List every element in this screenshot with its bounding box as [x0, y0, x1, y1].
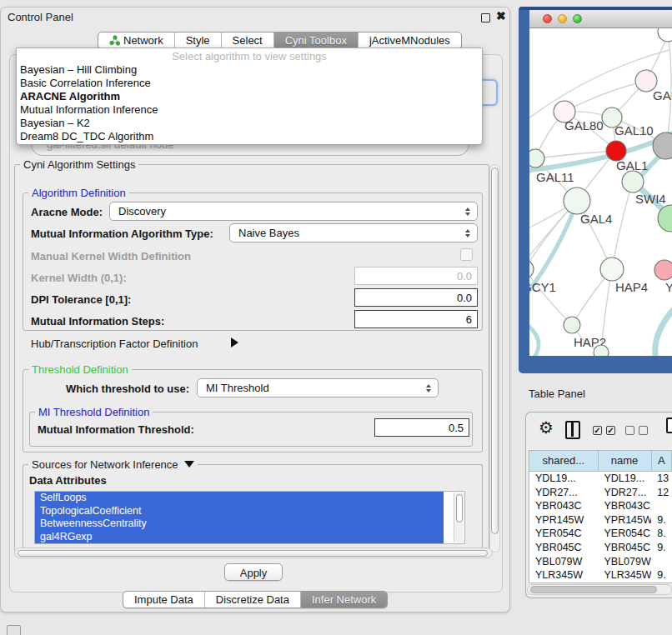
network-edge[interactable] [564, 81, 646, 112]
table-cell[interactable]: YDL19... [529, 472, 598, 486]
dropdown-item[interactable]: ARACNE Algorithm [17, 90, 482, 103]
network-window-titlebar[interactable] [529, 10, 672, 28]
table-cell[interactable]: YIL052C [529, 582, 598, 583]
network-canvas[interactable]: GALGAL80GAL10GAL1GAL11SWI4GAL4GCY1HAP4YH… [529, 28, 672, 356]
network-node-ypink[interactable] [654, 260, 672, 280]
table-cell[interactable]: YBR043C [529, 499, 598, 513]
dropdown-item[interactable]: Bayesian – K2 [17, 117, 482, 130]
table-cell[interactable]: 9 [651, 582, 672, 583]
table-horizontal-scrollbar-thumb[interactable] [530, 586, 657, 593]
network-edge[interactable] [655, 308, 672, 356]
float-panel-icon[interactable] [481, 13, 490, 22]
node-table[interactable]: shared... name A YDL19...YDL19...13YDR27… [529, 450, 672, 583]
table-cell[interactable]: YBL079W [529, 555, 598, 569]
table-cell[interactable]: YBR045C [529, 541, 598, 555]
tab-jactivemnodules[interactable]: jActiveMNodules [358, 32, 461, 48]
table-cell[interactable]: YLR345W [529, 568, 598, 582]
dropdown-item[interactable]: Mutual Information Inference [17, 103, 482, 117]
tab-network[interactable]: Network [98, 32, 174, 48]
network-node-hap2[interactable] [564, 317, 580, 333]
attribute-item[interactable]: TopologicalCoefficient [35, 505, 444, 518]
network-node-bsm[interactable] [594, 345, 609, 356]
columns-icon[interactable] [565, 421, 580, 439]
table-cell[interactable]: 13 [651, 472, 672, 486]
kernel-width-field[interactable]: 0.0 [354, 267, 478, 285]
table-row[interactable]: YLR345WYLR345W9. [529, 568, 672, 582]
table-row[interactable]: YBR043CYBR043C [529, 499, 672, 513]
which-threshold-combo[interactable]: MI Threshold [197, 378, 439, 398]
minimize-window-icon[interactable] [558, 14, 567, 23]
mi-threshold-field[interactable]: 0.5 [374, 418, 469, 437]
attribute-item[interactable]: BetweennessCentrality [35, 518, 444, 531]
table-cell[interactable]: YER054C [529, 527, 598, 541]
table-cell[interactable]: YER054C [598, 527, 651, 541]
network-node-gal4[interactable] [564, 188, 590, 214]
collapse-arrow-icon[interactable] [184, 461, 194, 468]
checked-pair-icon[interactable]: ✓✓ [593, 426, 615, 435]
mi-algorithm-type-combo[interactable]: Naive Bayes [229, 223, 478, 242]
table-cell[interactable]: 9. [651, 541, 672, 555]
aracne-mode-combo[interactable]: Discovery [109, 202, 478, 221]
tab-infer-network[interactable]: Infer Network [300, 592, 387, 608]
table-row[interactable]: YDR27...YDR27...12 [529, 486, 672, 500]
tab-cyni-toolbox[interactable]: Cyni Toolbox [273, 32, 358, 48]
table-row[interactable]: YDL19...YDL19...13 [529, 472, 672, 486]
settings-horizontal-scrollbar[interactable] [14, 548, 493, 558]
attributes-scrollbar[interactable] [454, 492, 464, 542]
table-cell[interactable]: YLR345W [598, 568, 651, 582]
tab-impute-data[interactable]: Impute Data [123, 592, 204, 608]
unchecked-pair-icon[interactable] [625, 426, 648, 435]
minimized-panel-icon[interactable] [7, 625, 21, 635]
table-cell[interactable]: YPR145W [529, 513, 598, 528]
table-row[interactable]: YBL079WYBL079W [529, 555, 672, 569]
column-header-shared[interactable]: shared... [529, 451, 599, 471]
table-cell[interactable]: YDR27... [529, 486, 598, 500]
column-header-name[interactable]: name [599, 451, 652, 471]
dropdown-item[interactable]: Bayesian – Hill Climbing [17, 63, 482, 77]
table-cell[interactable]: 12 [651, 486, 672, 500]
attribute-item[interactable]: gal4RGexp [35, 531, 444, 544]
table-cell[interactable]: 9. [651, 568, 672, 582]
table-row[interactable]: YPR145WYPR145W9. [529, 513, 672, 528]
table-cell[interactable]: YDR27... [598, 486, 651, 500]
expand-arrow-icon[interactable] [231, 338, 238, 348]
network-node-gray[interactable] [653, 132, 672, 159]
network-node-gal11[interactable] [529, 149, 544, 168]
apply-button[interactable]: Apply [224, 563, 283, 581]
network-node-gcy1[interactable] [529, 260, 534, 278]
close-panel-icon[interactable]: ✖ [496, 9, 506, 22]
network-edge[interactable] [529, 318, 539, 356]
page-icon[interactable] [666, 418, 672, 433]
table-row[interactable]: YBR045CYBR045C9. [529, 541, 672, 555]
table-cell[interactable]: YBL079W [598, 555, 651, 569]
tab-discretize-data[interactable]: Discretize Data [204, 592, 300, 608]
attribute-item[interactable]: SelfLoops [35, 492, 444, 505]
network-node-swi4[interactable] [622, 171, 644, 192]
settings-horizontal-scrollbar-thumb[interactable] [18, 550, 488, 557]
mi-steps-field[interactable]: 6 [354, 310, 478, 328]
table-cell[interactable]: 8. [651, 527, 672, 541]
tab-select[interactable]: Select [221, 32, 273, 48]
manual-kernel-width-checkbox[interactable] [460, 248, 473, 261]
table-cell[interactable]: YDL19... [598, 472, 651, 486]
table-row[interactable]: YER054CYER054C8. [529, 527, 672, 541]
network-edge[interactable] [529, 269, 572, 325]
close-window-icon[interactable] [543, 14, 552, 23]
network-edge[interactable] [612, 182, 633, 269]
table-cell[interactable]: YIL052C [598, 582, 651, 583]
table-cell[interactable] [651, 555, 672, 569]
table-cell[interactable] [651, 499, 672, 513]
attributes-scrollbar-thumb[interactable] [456, 494, 463, 522]
table-cell[interactable]: 9. [651, 513, 672, 528]
network-node-top[interactable] [658, 28, 672, 42]
network-node-hap4[interactable] [600, 258, 624, 281]
data-attributes-list[interactable]: SelfLoopsTopologicalCoefficientBetweenne… [34, 491, 465, 544]
dpi-tolerance-field[interactable]: 0.0 [354, 288, 478, 307]
tab-style[interactable]: Style [174, 32, 221, 48]
gear-icon[interactable]: ⚙ [539, 419, 554, 436]
column-header-partial[interactable]: A [652, 451, 672, 471]
table-cell[interactable]: YBR045C [598, 541, 651, 555]
settings-vertical-scrollbar-thumb[interactable] [491, 168, 499, 534]
table-cell[interactable]: YBR043C [598, 499, 651, 513]
dropdown-item[interactable]: Basic Correlation Inference [17, 77, 482, 90]
